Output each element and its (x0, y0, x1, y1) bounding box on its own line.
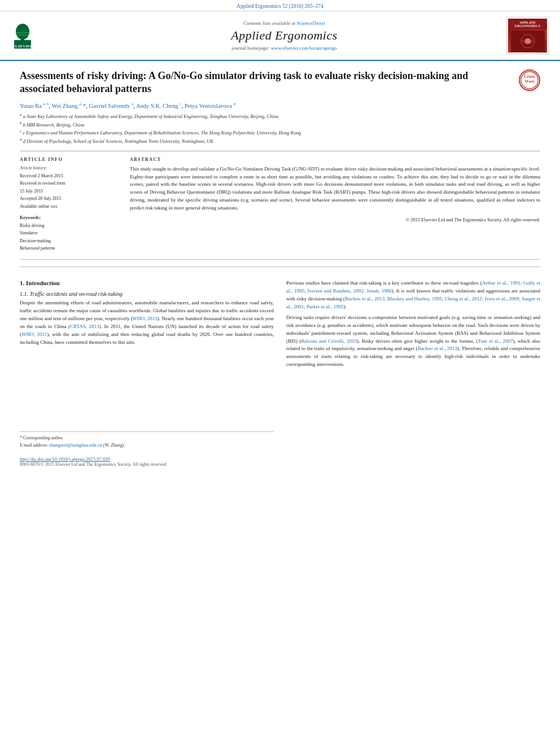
tom-2007-link[interactable]: Tom et al., 2007 (478, 338, 513, 344)
journal-logo-right: APPLIED ERGONOMICS (506, 17, 549, 54)
journal-homepage: journal homepage: www.elsevier.com/locat… (68, 45, 501, 51)
abstract-section: ABSTRACT This study sought to develop an… (130, 157, 540, 252)
affiliation-a: a a State Key Laboratory of Automobile S… (20, 112, 540, 120)
main-content: Assessments of risky driving: A Go/No-Go… (0, 61, 560, 473)
svg-text:Mark: Mark (524, 79, 534, 84)
affiliation-d: d d Division of Psychology, School of So… (20, 137, 540, 145)
keyword-4: Behavioral patterns (20, 244, 116, 252)
issn-text: 0003-6870/© 2015 Elsevier Ltd and The Er… (20, 462, 274, 467)
bachoo-2013-link-2[interactable]: Bachoo et al., 2013 (418, 346, 457, 351)
article-title-section: Assessments of risky driving: A Go/No-Go… (20, 69, 540, 96)
footnote-area: * Corresponding author. E-mail address: … (20, 431, 274, 468)
journal-logo-image (508, 30, 547, 53)
copyright-text: © 2015 Elsevier Ltd and The Ergonomics S… (130, 217, 540, 222)
article-info: ARTICLE INFO Article history: Received 2… (20, 157, 116, 252)
journal-header: ELSEVIER Contents lists available at Sci… (0, 11, 560, 61)
arthur-1991-link[interactable]: Arthur et al., 1991; Gully et al., 1995;… (286, 280, 540, 294)
received-revised-label: Received in revised form (20, 180, 116, 187)
corresponding-author-note: * Corresponding author. (20, 435, 274, 442)
subsection-title: 1.1. Traffic accidents and on-road risk-… (20, 291, 274, 297)
keywords-heading: Keywords: (20, 215, 116, 220)
svg-text:Cross: Cross (524, 74, 535, 79)
section-divider-2 (20, 267, 540, 267)
section-divider (20, 259, 540, 260)
available-online: Available online xxx (20, 203, 116, 211)
article-info-abstract-section: ARTICLE INFO Article history: Received 2… (20, 151, 540, 252)
revised-date: 15 July 2015 (20, 187, 116, 195)
bachoo-2013-link[interactable]: Bachoo et al., 2013; Blockey and Hartley… (286, 296, 540, 309)
email-link[interactable]: zhangwei@tsinghua.edu.cn (49, 442, 102, 448)
body-content: 1. Introduction 1.1. Traffic accidents a… (20, 274, 540, 467)
who-2013-link[interactable]: WHO, 2013 (133, 316, 158, 321)
intro-paragraph-3: Driving tasks require drivers' decisions… (286, 314, 540, 369)
body-left-column: 1. Introduction 1.1. Traffic accidents a… (20, 274, 274, 467)
elsevier-logo: ELSEVIER (11, 20, 62, 51)
intro-paragraph-2: Previous studies have claimed that risk-… (286, 279, 540, 311)
authors: Yutao Ba a, b, Wei Zhang a, *, Gavriel S… (20, 102, 540, 109)
journal-center: Contents lists available at ScienceDirec… (68, 20, 501, 51)
crossmark-badge: Cross Mark (519, 69, 540, 91)
abstract-text: This study sought to develop and validat… (130, 165, 540, 213)
abstract-heading: ABSTRACT (130, 157, 540, 162)
accepted-date: Accepted 20 July 2015 (20, 195, 116, 203)
email-footnote: E-mail address: zhangwei@tsinghua.edu.cn… (20, 442, 274, 449)
who-2011-link[interactable]: WHO, 2011 (21, 331, 47, 337)
science-direct-link[interactable]: ScienceDirect (297, 20, 325, 26)
journal-reference: Applied Ergonomics 52 (2016) 265–274 (0, 0, 560, 11)
science-direct-text: Contents lists available at ScienceDirec… (68, 20, 501, 26)
crtas-2013-link[interactable]: CRTAS, 2013 (70, 324, 99, 329)
journal-homepage-link[interactable]: www.elsevier.com/locate/apergo (271, 45, 337, 51)
elsevier-logo-svg: ELSEVIER (11, 20, 62, 51)
body-right-column: Previous studies have claimed that risk-… (286, 274, 540, 467)
doi-link[interactable]: http://dx.doi.org/10.1016/j.apergo.2015.… (20, 456, 274, 462)
journal-title: Applied Ergonomics (68, 28, 501, 43)
article-title: Assessments of risky driving: A Go/No-Go… (20, 69, 513, 96)
keyword-1: Risky driving (20, 222, 116, 230)
intro-paragraph-1: Despite the unremitting efforts of road … (20, 299, 274, 347)
intro-section-title: 1. Introduction (20, 279, 274, 286)
keyword-2: Simulator (20, 229, 116, 237)
svg-rect-3 (21, 38, 24, 41)
article-history-label: Article history: (20, 165, 116, 171)
affiliation-b: b b IBM Research, Beijing, China (20, 120, 540, 129)
svg-point-8 (525, 38, 531, 44)
journal-logo-text: APPLIED ERGONOMICS (508, 19, 547, 30)
balconi-2010-link[interactable]: Balconi and Crivelli, 2010 (301, 338, 357, 344)
affiliation-c: c c Ergonomics and Human Performance Lab… (20, 128, 540, 137)
received-date: Received 2 March 2015 (20, 172, 116, 180)
affiliations: a a State Key Laboratory of Automobile S… (20, 112, 540, 145)
keyword-3: Decision-making (20, 237, 116, 245)
article-info-heading: ARTICLE INFO (20, 157, 116, 162)
svg-point-2 (16, 24, 29, 40)
svg-text:ELSEVIER: ELSEVIER (12, 44, 33, 49)
